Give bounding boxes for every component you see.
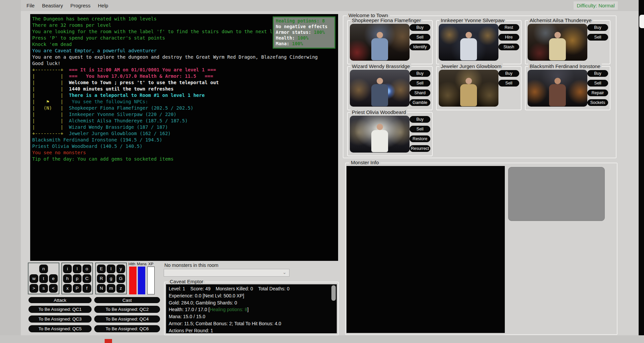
attack-button[interactable]: Attack (29, 297, 92, 303)
console-line: | | Innkeeper Yvonne Silverpaw (220 / 22… (32, 111, 336, 118)
character-stat-segment: ] (247, 307, 249, 312)
key-button[interactable]: P (73, 284, 82, 293)
key-button[interactable]: z (116, 284, 125, 293)
key-button[interactable]: g (107, 274, 115, 283)
npc-portrait (350, 116, 410, 153)
key-button[interactable]: f (83, 284, 91, 293)
cast-button[interactable]: Cast (94, 297, 160, 303)
npc-action-button[interactable]: Buy (498, 70, 519, 77)
key-button[interactable]: l (73, 265, 82, 273)
console-line: You see no monsters (32, 150, 336, 156)
menu-item[interactable]: File (23, 3, 38, 8)
quick-command-button[interactable]: To Be Assigned: QC4 (94, 316, 160, 323)
status-overlay-line: Health: 100% (276, 35, 332, 41)
npc-action-button[interactable]: Buy (587, 24, 608, 31)
key-button[interactable]: y (116, 265, 125, 273)
npc-action-button[interactable]: Repair (587, 90, 608, 96)
key-button[interactable]: w (30, 274, 38, 283)
key-button[interactable]: n (39, 265, 48, 273)
difficulty-label: Difficulty: Normal (574, 1, 618, 10)
stats-scrollbar-thumb[interactable] (331, 285, 336, 301)
console-text-segment: +---------+ (32, 131, 69, 136)
menu-item[interactable]: Beastiary (38, 3, 67, 8)
npc-card: Alchemist Ailsa Thundereye BuySell (525, 20, 610, 64)
key-button[interactable]: t (39, 274, 48, 283)
monster-select-dropdown[interactable]: ⌄ (164, 269, 289, 277)
npc-action-button[interactable]: Restore (410, 135, 430, 142)
console-text-segment: | (N) | (32, 105, 69, 111)
npc-portrait (528, 24, 587, 61)
quick-command-button[interactable]: To Be Assigned: QC1 (29, 306, 92, 313)
npc-action-button[interactable]: Rest (498, 24, 519, 31)
status-overlay-line: Healing potions: 8 (276, 18, 332, 24)
key-button[interactable]: o (83, 265, 91, 273)
key-button[interactable]: e (49, 274, 58, 283)
keypad-action-group-1: ilohpCxPf (61, 263, 93, 294)
console-text-segment: You see no monsters (32, 150, 86, 155)
screen-edge-notch (639, 15, 644, 28)
key-button[interactable] (30, 265, 38, 273)
npc-card: Jeweler Jurgen Glowbloom BuySell (436, 66, 522, 110)
console-text-segment: You are on a quest to explore the dungeo… (32, 54, 318, 60)
npc-action-button[interactable]: Shard (410, 90, 430, 96)
character-stat-segment: Level: 1 Score: 49 Monsters Killed: 0 To… (169, 286, 289, 291)
status-overlay-segment: 100% (298, 35, 309, 41)
npc-action-button[interactable]: Resurrect (410, 145, 430, 152)
quick-command-button[interactable]: To Be Assigned: QC6 (94, 325, 160, 332)
npc-action-button[interactable]: Sell (410, 34, 430, 41)
key-button[interactable]: R (97, 274, 106, 283)
status-overlay-segment: Mana: (276, 41, 292, 46)
npc-action-button[interactable]: Buy (410, 24, 430, 31)
console-text-segment: | ⚑ | (32, 99, 69, 104)
npc-action-button[interactable]: Sell (498, 80, 519, 87)
keypad-movement-group: nwte>s< (28, 263, 59, 294)
quick-command-button[interactable]: To Be Assigned: QC3 (29, 316, 92, 323)
console-text-segment: | | (32, 118, 69, 123)
character-stat-line: Armor: 11.5; Combat Bonus: 2; Total To H… (169, 320, 334, 327)
npc-action-button[interactable]: Identify (410, 44, 430, 50)
key-button[interactable]: < (49, 284, 58, 293)
menu-item[interactable]: Progress (67, 3, 94, 8)
key-button[interactable]: N (97, 284, 106, 293)
quick-command-button[interactable]: To Be Assigned: QC5 (29, 325, 92, 332)
key-button[interactable]: I (107, 265, 115, 273)
quick-command-button[interactable]: To Be Assigned: QC2 (94, 306, 160, 313)
key-button[interactable]: m (107, 284, 115, 293)
npc-action-button[interactable]: Hire (498, 34, 519, 41)
console-text-segment: The Dungeon has been created with 100 le… (32, 16, 157, 21)
console-text-segment: === It is 12:00 AM on 01/01/0001 You are… (69, 67, 216, 72)
npc-action-button[interactable]: Buy (587, 70, 608, 77)
npc-action-button[interactable]: Buy (410, 70, 430, 77)
npc-action-button[interactable]: Buy (410, 116, 430, 123)
taskbar-app-icon[interactable] (105, 339, 112, 343)
menu-item[interactable]: Help (94, 3, 112, 8)
key-button[interactable] (49, 265, 58, 273)
key-button[interactable]: C (83, 274, 91, 283)
console-text-segment: There are 32 rooms per level (32, 22, 111, 28)
npc-action-button[interactable]: Sell (587, 34, 608, 41)
character-name-title: Caveat Emptor (168, 279, 205, 284)
key-button[interactable]: i (63, 265, 72, 273)
npc-action-button[interactable]: Gamble (410, 99, 430, 106)
key-button[interactable]: s (39, 284, 48, 293)
character-stat-segment: Healing potions: 8 (210, 307, 247, 312)
console-text-segment: Good luck! (32, 61, 60, 66)
npc-action-button[interactable]: Sell (410, 126, 430, 132)
key-button[interactable]: x (63, 284, 72, 293)
npc-action-button[interactable]: Stash (498, 44, 519, 50)
key-button[interactable]: E (97, 265, 106, 273)
console-text-segment: Wizard Wendy Brassridge (187 / 187) (69, 124, 168, 130)
key-button[interactable]: G (116, 274, 125, 283)
character-stat-line: Health: 17.0 / 17.0 [Healing potions: 8] (169, 306, 334, 313)
console-text-segment: | | (32, 73, 69, 79)
status-overlay-segment: Health: (276, 35, 298, 41)
console-text-segment: Knock 'em dead (32, 42, 72, 47)
npc-action-button[interactable]: Sell (410, 80, 430, 87)
key-button[interactable]: h (63, 274, 72, 283)
npc-action-button[interactable]: Sell (587, 80, 608, 87)
key-button[interactable]: p (73, 274, 82, 283)
status-overlay-line: Mana: 100% (276, 41, 332, 47)
key-button[interactable]: > (30, 284, 38, 293)
console-text-segment: Jeweler Jurgen Glowbloom (162 / 162) (69, 131, 171, 136)
npc-action-button[interactable]: Sockets (587, 99, 608, 106)
